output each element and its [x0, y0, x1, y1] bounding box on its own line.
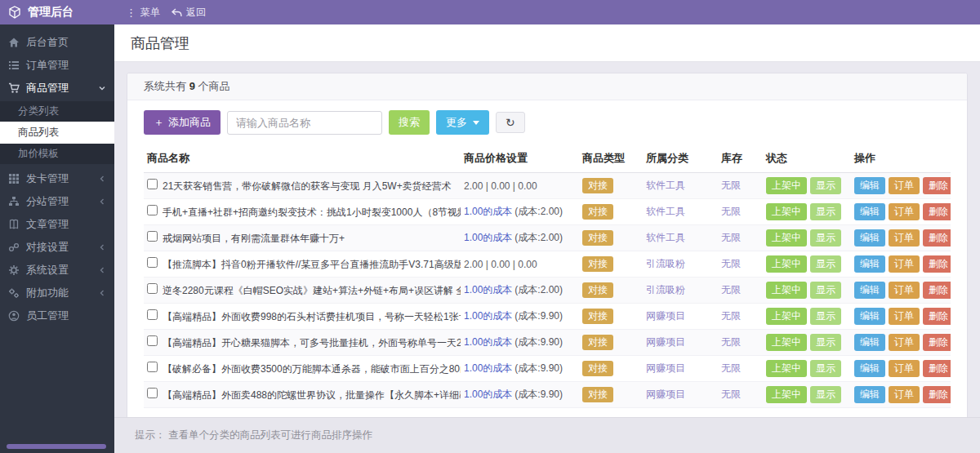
- price-link[interactable]: 1.00的成本: [464, 284, 512, 295]
- delete-button[interactable]: 删除: [923, 229, 951, 246]
- product-name-link[interactable]: 【推流脚本】抖音0粉开播软件//某豆多平台直播推流助手V3.71高级版【破解永久…: [163, 259, 461, 270]
- edit-button[interactable]: 编辑: [854, 334, 885, 351]
- row-checkbox[interactable]: [147, 179, 158, 189]
- horizontal-scrollbar-thumb[interactable]: [7, 444, 106, 449]
- status-show-button[interactable]: 显示: [810, 386, 841, 403]
- order-button[interactable]: 订单: [889, 386, 920, 403]
- status-on-button[interactable]: 上架中: [766, 360, 807, 377]
- product-name-link[interactable]: 21天获客销售营，带你破解微信的获客与变现 月入5W+卖货经营术: [163, 180, 452, 192]
- status-on-button[interactable]: 上架中: [766, 282, 807, 299]
- sidebar-item-products[interactable]: 商品管理: [0, 77, 114, 100]
- order-button[interactable]: 订单: [889, 282, 920, 299]
- price-link[interactable]: 1.00的成本: [464, 232, 512, 243]
- sidebar-item-system-settings[interactable]: 系统设置: [0, 259, 114, 282]
- product-name-link[interactable]: 【高端精品】外面收费998的石头村话费挂机项目，号称一天轻松1张卡【挂机脚本+详…: [163, 311, 461, 322]
- row-checkbox[interactable]: [147, 335, 158, 346]
- edit-button[interactable]: 编辑: [854, 282, 885, 299]
- price-link[interactable]: 1.00的成本: [464, 362, 512, 374]
- sidebar-item-docking-settings[interactable]: 对接设置: [0, 236, 114, 259]
- search-input[interactable]: [227, 111, 382, 135]
- back-button[interactable]: 返回: [172, 6, 206, 20]
- status-show-button[interactable]: 显示: [810, 203, 841, 220]
- delete-button[interactable]: 删除: [923, 360, 951, 377]
- delete-button[interactable]: 删除: [923, 255, 951, 273]
- delete-button[interactable]: 删除: [923, 177, 951, 194]
- delete-button[interactable]: 删除: [923, 308, 951, 325]
- menu-toggle-button[interactable]: ⋮ 菜单: [126, 6, 160, 20]
- edit-button[interactable]: 编辑: [854, 203, 885, 220]
- status-show-button[interactable]: 显示: [810, 360, 841, 377]
- status-show-button[interactable]: 显示: [810, 255, 841, 273]
- status-show-button[interactable]: 显示: [810, 177, 841, 194]
- sidebar-item-staff[interactable]: 员工管理: [0, 304, 114, 327]
- row-checkbox[interactable]: [147, 309, 158, 320]
- category-link[interactable]: 软件工具: [646, 232, 685, 243]
- edit-button[interactable]: 编辑: [854, 308, 885, 325]
- sidebar-item-articles[interactable]: 文章管理: [0, 213, 114, 236]
- status-show-button[interactable]: 显示: [810, 282, 841, 299]
- status-on-button[interactable]: 上架中: [766, 386, 807, 403]
- edit-button[interactable]: 编辑: [854, 386, 885, 403]
- order-button[interactable]: 订单: [889, 255, 920, 273]
- status-on-button[interactable]: 上架中: [766, 255, 807, 273]
- category-link[interactable]: 网赚项目: [646, 336, 685, 348]
- row-checkbox[interactable]: [147, 283, 158, 294]
- delete-button[interactable]: 删除: [923, 282, 951, 299]
- sidebar-item-orders[interactable]: 订单管理: [0, 54, 114, 77]
- category-link[interactable]: 网赚项目: [646, 362, 685, 374]
- row-checkbox[interactable]: [147, 257, 158, 268]
- order-button[interactable]: 订单: [889, 229, 920, 246]
- edit-button[interactable]: 编辑: [854, 229, 885, 246]
- add-product-button[interactable]: ＋ 添加商品: [144, 110, 220, 135]
- category-link[interactable]: 网赚项目: [646, 389, 685, 400]
- sidebar-item-markup-template[interactable]: 加价模板: [0, 144, 114, 164]
- price-link[interactable]: 1.00的成本: [464, 389, 512, 400]
- category-link[interactable]: 软件工具: [646, 206, 685, 217]
- status-on-button[interactable]: 上架中: [766, 203, 807, 220]
- product-name-link[interactable]: 戒烟网站项目，有刚需流量群体年赚十万+: [163, 233, 345, 244]
- row-checkbox[interactable]: [147, 362, 158, 372]
- category-link[interactable]: 软件工具: [646, 180, 685, 191]
- edit-button[interactable]: 编辑: [854, 177, 885, 194]
- price-link[interactable]: 1.00的成本: [464, 310, 512, 322]
- sidebar-item-dashboard[interactable]: 后台首页: [0, 31, 114, 54]
- sidebar-item-substation[interactable]: 分站管理: [0, 190, 114, 213]
- row-checkbox[interactable]: [147, 205, 158, 215]
- edit-button[interactable]: 编辑: [854, 255, 885, 273]
- price-link[interactable]: 1.00的成本: [464, 206, 512, 217]
- category-link[interactable]: 网赚项目: [646, 310, 685, 322]
- order-button[interactable]: 订单: [889, 177, 920, 194]
- status-show-button[interactable]: 显示: [810, 334, 841, 351]
- order-button[interactable]: 订单: [889, 334, 920, 351]
- search-button[interactable]: 搜索: [389, 110, 430, 135]
- price-link[interactable]: 1.00的成本: [464, 336, 512, 348]
- edit-button[interactable]: 编辑: [854, 360, 885, 377]
- sidebar-item-category-list[interactable]: 分类列表: [0, 101, 114, 122]
- status-on-button[interactable]: 上架中: [766, 334, 807, 351]
- status-on-button[interactable]: 上架中: [766, 177, 807, 194]
- status-show-button[interactable]: 显示: [810, 229, 841, 246]
- product-name-link[interactable]: 【破解必备】外面收费3500的万能脚本通杀器，能破市面上百分之80的脚本【脚本+…: [163, 363, 461, 375]
- status-on-button[interactable]: 上架中: [766, 308, 807, 325]
- app-logo[interactable]: 管理后台: [0, 5, 114, 20]
- status-show-button[interactable]: 显示: [810, 308, 841, 325]
- order-button[interactable]: 订单: [889, 203, 920, 220]
- sidebar-item-card-management[interactable]: 发卡管理: [0, 167, 114, 190]
- order-button[interactable]: 订单: [889, 360, 920, 377]
- row-checkbox[interactable]: [147, 388, 158, 398]
- sidebar-item-product-list[interactable]: 商品列表: [0, 122, 114, 144]
- delete-button[interactable]: 删除: [923, 203, 951, 220]
- product-name-link[interactable]: 【高端精品】开心糖果猫脚本，可多号批量挂机，外面号称单号一天20【挂机脚本+教程…: [163, 337, 461, 349]
- refresh-button[interactable]: ↻: [496, 112, 525, 133]
- product-name-link[interactable]: 【高端精品】外面卖488的陀螺世界协议，批量操作【永久脚本+详细教程】: [163, 389, 461, 401]
- product-name-link[interactable]: 手机+直播+社群+招商邀约裂变技术：挑战1小时裂变1000人（8节视频教程）: [163, 207, 461, 218]
- order-button[interactable]: 订单: [889, 308, 920, 325]
- more-button[interactable]: 更多: [436, 110, 489, 135]
- product-name-link[interactable]: 逆冬2280元课程《白帽SEO实战》建站+算法+外链+布局+误区讲解 全程无废话: [163, 285, 461, 296]
- row-checkbox[interactable]: [147, 231, 158, 242]
- category-link[interactable]: 引流吸粉: [646, 284, 685, 295]
- delete-button[interactable]: 删除: [923, 334, 951, 351]
- category-link[interactable]: 引流吸粉: [646, 258, 685, 269]
- delete-button[interactable]: 删除: [923, 386, 951, 403]
- sidebar-item-addons[interactable]: 附加功能: [0, 282, 114, 304]
